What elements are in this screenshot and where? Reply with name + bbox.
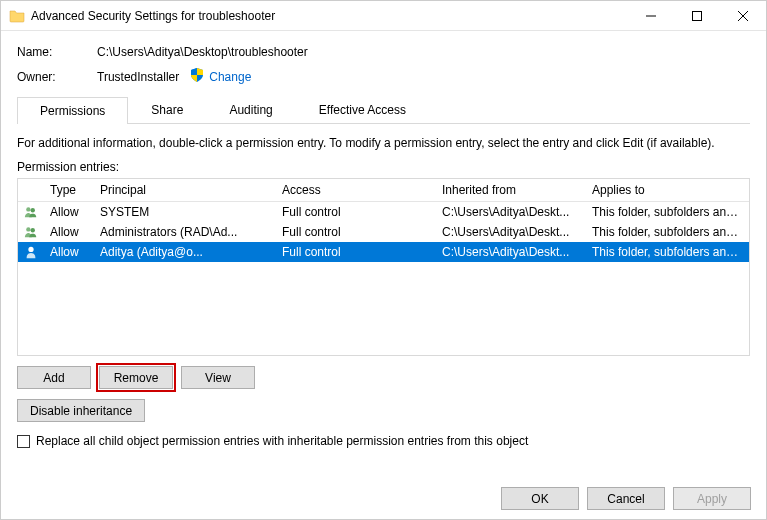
add-button[interactable]: Add (17, 366, 91, 389)
permission-entries-label: Permission entries: (17, 160, 750, 174)
cell-principal: Administrators (RAD\Ad... (94, 223, 276, 241)
principal-icon (18, 202, 44, 222)
ok-button[interactable]: OK (501, 487, 579, 510)
header-principal[interactable]: Principal (94, 179, 276, 201)
replace-checkbox-row[interactable]: Replace all child object permission entr… (17, 434, 750, 448)
grid-body: AllowSYSTEMFull controlC:\Users\Aditya\D… (18, 202, 749, 262)
owner-value: TrustedInstaller (97, 70, 179, 84)
svg-point-8 (28, 247, 33, 252)
content-area: Name: C:\Users\Aditya\Desktop\troublesho… (1, 31, 766, 458)
cell-inherited: C:\Users\Aditya\Deskt... (436, 203, 586, 221)
cell-type: Allow (44, 243, 94, 261)
name-value: C:\Users\Aditya\Desktop\troubleshooter (97, 45, 308, 59)
disable-inheritance-button[interactable]: Disable inheritance (17, 399, 145, 422)
cell-principal: Aditya (Aditya@o... (94, 243, 276, 261)
cell-applies: This folder, subfolders and files (586, 243, 749, 261)
cell-inherited: C:\Users\Aditya\Deskt... (436, 243, 586, 261)
name-field: Name: C:\Users\Aditya\Desktop\troublesho… (17, 45, 750, 59)
header-icon (18, 179, 44, 201)
cell-access: Full control (276, 223, 436, 241)
close-button[interactable] (720, 1, 766, 31)
header-applies[interactable]: Applies to (586, 179, 749, 201)
svg-point-7 (31, 228, 35, 232)
principal-icon (18, 242, 44, 262)
owner-label: Owner: (17, 70, 97, 84)
name-label: Name: (17, 45, 97, 59)
cell-inherited: C:\Users\Aditya\Deskt... (436, 223, 586, 241)
permission-grid[interactable]: Type Principal Access Inherited from App… (17, 178, 750, 356)
tab-strip: Permissions Share Auditing Effective Acc… (17, 96, 750, 124)
folder-icon (9, 8, 25, 24)
view-button[interactable]: View (181, 366, 255, 389)
svg-point-4 (26, 207, 30, 211)
tab-permissions[interactable]: Permissions (17, 97, 128, 124)
change-label: Change (209, 70, 251, 84)
grid-header: Type Principal Access Inherited from App… (18, 179, 749, 202)
action-button-row: Add Remove View (17, 366, 750, 389)
owner-field: Owner: TrustedInstaller Change (17, 67, 750, 86)
cell-principal: SYSTEM (94, 203, 276, 221)
header-type[interactable]: Type (44, 179, 94, 201)
table-row[interactable]: AllowSYSTEMFull controlC:\Users\Aditya\D… (18, 202, 749, 222)
cell-type: Allow (44, 223, 94, 241)
svg-point-6 (26, 227, 30, 231)
principal-icon (18, 222, 44, 242)
table-row[interactable]: AllowAditya (Aditya@o...Full controlC:\U… (18, 242, 749, 262)
cell-applies: This folder, subfolders and files (586, 223, 749, 241)
inheritance-button-row: Disable inheritance (17, 399, 750, 422)
dialog-footer: OK Cancel Apply (501, 487, 751, 510)
titlebar: Advanced Security Settings for troublesh… (1, 1, 766, 31)
tab-effective-access[interactable]: Effective Access (296, 96, 429, 123)
header-access[interactable]: Access (276, 179, 436, 201)
minimize-button[interactable] (628, 1, 674, 31)
change-owner-link[interactable]: Change (189, 67, 251, 86)
header-inherited[interactable]: Inherited from (436, 179, 586, 201)
maximize-button[interactable] (674, 1, 720, 31)
replace-checkbox[interactable] (17, 435, 30, 448)
info-text: For additional information, double-click… (17, 136, 750, 150)
tab-share[interactable]: Share (128, 96, 206, 123)
table-row[interactable]: AllowAdministrators (RAD\Ad...Full contr… (18, 222, 749, 242)
apply-button[interactable]: Apply (673, 487, 751, 510)
svg-point-5 (31, 208, 35, 212)
cell-access: Full control (276, 203, 436, 221)
svg-rect-1 (693, 11, 702, 20)
shield-icon (189, 67, 205, 86)
tab-auditing[interactable]: Auditing (206, 96, 295, 123)
remove-button[interactable]: Remove (99, 366, 173, 389)
cell-type: Allow (44, 203, 94, 221)
window-title: Advanced Security Settings for troublesh… (31, 9, 628, 23)
cell-applies: This folder, subfolders and files (586, 203, 749, 221)
replace-checkbox-label: Replace all child object permission entr… (36, 434, 528, 448)
cell-access: Full control (276, 243, 436, 261)
cancel-button[interactable]: Cancel (587, 487, 665, 510)
